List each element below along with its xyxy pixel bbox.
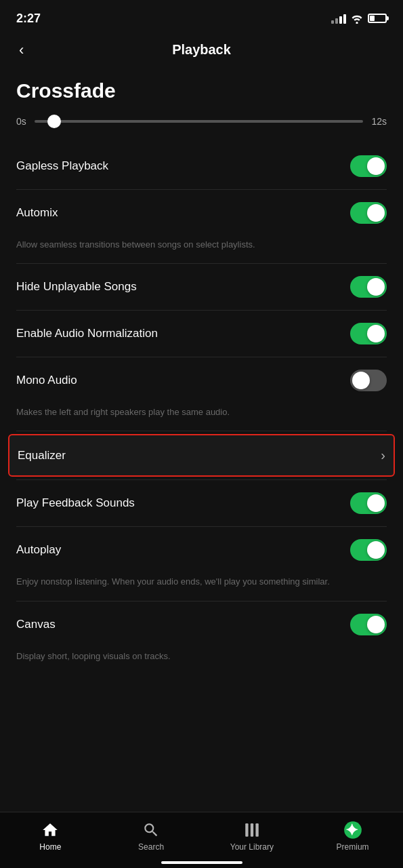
header-title: Playback <box>172 42 231 58</box>
search-icon <box>142 821 161 840</box>
equalizer-label: Equalizer <box>18 449 66 462</box>
crossfade-slider[interactable] <box>35 120 364 123</box>
crossfade-slider-row: 0s 12s <box>16 116 387 127</box>
toggle-automix[interactable] <box>350 202 387 224</box>
toggle-gapless-playback[interactable] <box>350 155 387 177</box>
library-icon <box>242 821 261 840</box>
toggle-play-feedback-sounds[interactable] <box>350 492 387 514</box>
toggle-mono-audio[interactable] <box>350 370 387 391</box>
nav-item-home[interactable]: Home <box>0 821 101 852</box>
svg-point-0 <box>356 22 358 24</box>
toggle-thumb-automix <box>367 204 385 222</box>
status-bar: 2:27 <box>0 0 403 34</box>
setting-label-audio-normalization: Enable Audio Normalization <box>16 327 158 340</box>
bottom-nav: Home Search Your Library Premium <box>0 812 403 868</box>
nav-label-premium: Premium <box>337 842 369 852</box>
premium-icon <box>343 821 362 840</box>
canvas-description: Display short, looping visuals on tracks… <box>16 648 387 675</box>
setting-row-play-feedback-sounds: Play Feedback Sounds <box>16 480 387 526</box>
home-icon <box>41 821 60 840</box>
svg-rect-2 <box>251 823 253 837</box>
toggle-hide-unplayable-songs[interactable] <box>350 276 387 298</box>
mono-audio-description: Makes the left and right speakers play t… <box>16 403 387 431</box>
nav-item-search[interactable]: Search <box>101 821 202 852</box>
setting-label-autoplay: Autoplay <box>16 543 61 557</box>
toggle-thumb-hide-unplayable-songs <box>367 278 385 296</box>
svg-rect-3 <box>255 823 258 837</box>
content: Crossfade 0s 12s Gapless Playback Automi… <box>0 68 403 767</box>
slider-thumb[interactable] <box>47 115 61 128</box>
chevron-right-icon: › <box>381 448 385 463</box>
toggle-thumb-autoplay <box>367 541 385 559</box>
toggle-audio-normalization[interactable] <box>350 323 387 344</box>
nav-label-home: Home <box>39 842 61 852</box>
toggle-autoplay[interactable] <box>350 539 387 561</box>
crossfade-section: Crossfade 0s 12s <box>16 79 387 127</box>
signal-icon <box>331 13 346 24</box>
slider-max-label: 12s <box>371 116 387 127</box>
setting-row-mono-audio: Mono Audio <box>16 357 387 403</box>
status-time: 2:27 <box>16 12 41 26</box>
nav-item-your-library[interactable]: Your Library <box>202 821 303 852</box>
setting-row-hide-unplayable-songs: Hide Unplayable Songs <box>16 264 387 310</box>
toggle-thumb-mono-audio <box>352 372 370 389</box>
back-button[interactable]: ‹ <box>14 39 29 62</box>
home-indicator <box>161 861 242 864</box>
slider-min-label: 0s <box>16 116 26 127</box>
nav-item-premium[interactable]: Premium <box>302 821 403 852</box>
equalizer-row[interactable]: Equalizer › <box>8 434 395 477</box>
toggle-thumb-canvas <box>367 616 385 633</box>
setting-row-autoplay: Autoplay <box>16 527 387 573</box>
wifi-icon <box>350 13 364 24</box>
nav-label-search: Search <box>138 842 164 852</box>
nav-label-your-library: Your Library <box>230 842 274 852</box>
autoplay-description: Enjoy nonstop listening. When your audio… <box>16 573 387 600</box>
toggle-thumb-gapless-playback <box>367 157 385 175</box>
setting-row-canvas: Canvas <box>16 601 387 648</box>
setting-row-audio-normalization: Enable Audio Normalization <box>16 311 387 357</box>
toggle-thumb-play-feedback-sounds <box>367 494 385 512</box>
setting-row-gapless-playback: Gapless Playback <box>16 143 387 189</box>
setting-label-gapless-playback: Gapless Playback <box>16 159 108 173</box>
header: ‹ Playback <box>0 34 403 68</box>
setting-label-automix: Automix <box>16 206 58 220</box>
battery-icon <box>368 14 387 23</box>
setting-label-hide-unplayable-songs: Hide Unplayable Songs <box>16 280 137 294</box>
svg-rect-1 <box>245 823 248 837</box>
automix-description: Allow seamless transitions between songs… <box>16 236 387 263</box>
setting-label-canvas: Canvas <box>16 618 56 631</box>
toggle-canvas[interactable] <box>350 614 387 635</box>
setting-row-automix: Automix <box>16 190 387 236</box>
status-icons <box>331 13 387 24</box>
setting-label-mono-audio: Mono Audio <box>16 374 77 387</box>
section-title: Crossfade <box>16 79 387 102</box>
setting-label-play-feedback-sounds: Play Feedback Sounds <box>16 496 135 510</box>
toggle-thumb-audio-normalization <box>367 325 385 342</box>
